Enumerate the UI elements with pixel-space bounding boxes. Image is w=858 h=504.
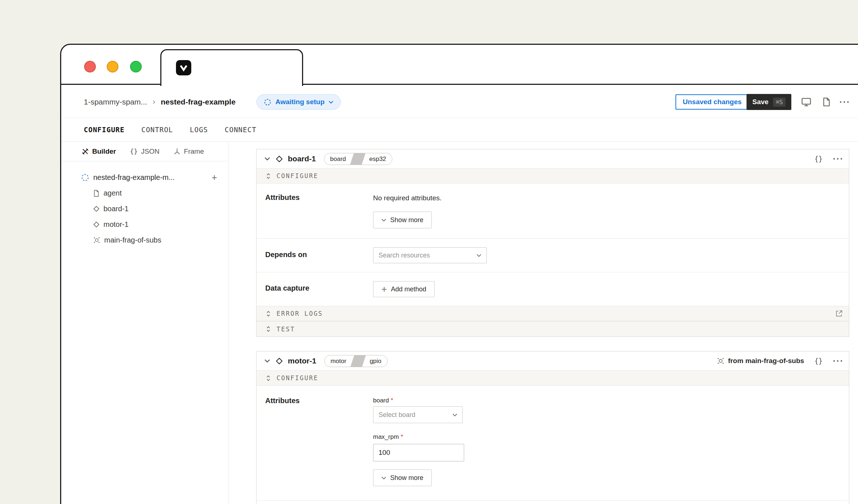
show-more-button[interactable]: Show more bbox=[373, 469, 432, 486]
tree-item-agent[interactable]: agent bbox=[61, 185, 228, 201]
attributes-label: Attributes bbox=[265, 397, 299, 405]
card-board-1: board-1 board esp32 {} ··· bbox=[256, 149, 849, 337]
motor-attributes-body: Attributes board* Select board max bbox=[256, 386, 849, 504]
component-diamond-icon bbox=[276, 155, 283, 162]
attributes-row: Attributes No required attributes. Show … bbox=[256, 184, 849, 238]
collapse-chevron-icon[interactable] bbox=[265, 359, 270, 363]
max-rpm-input[interactable] bbox=[373, 444, 464, 461]
machine-log-file-icon[interactable] bbox=[821, 97, 831, 107]
machine-topbar: 1-spammy-spam... › nested-frag-example A… bbox=[61, 86, 858, 118]
tree-item-main-frag-of-subs[interactable]: main-frag-of-subs bbox=[61, 232, 228, 248]
traffic-light-minimize[interactable] bbox=[107, 61, 118, 72]
awaiting-setup-spinner-icon bbox=[264, 98, 271, 106]
from-fragment-label: from main-frag-of-subs bbox=[728, 357, 804, 365]
card-more-menu[interactable]: ··· bbox=[833, 154, 844, 163]
card-title: motor-1 bbox=[288, 357, 316, 365]
tab-configure[interactable]: CONFIGURE bbox=[84, 126, 125, 134]
component-diamond-icon bbox=[93, 206, 99, 212]
tab-logs[interactable]: LOGS bbox=[190, 126, 208, 134]
chevron-down-icon bbox=[329, 101, 333, 104]
add-method-button[interactable]: Add method bbox=[373, 281, 435, 297]
model-badge: gpio bbox=[364, 355, 387, 367]
chevron-down-icon bbox=[381, 476, 386, 480]
unfold-icon bbox=[266, 326, 271, 332]
section-configure[interactable]: CONFIGURE bbox=[256, 370, 849, 386]
tab-connect[interactable]: CONNECT bbox=[225, 126, 256, 134]
component-diamond-icon bbox=[276, 358, 283, 365]
type-model-badge: motor gpio bbox=[324, 355, 388, 367]
add-resource-button[interactable]: + bbox=[212, 173, 217, 182]
save-shortcut: ⌘S bbox=[773, 98, 785, 107]
depends-on-label: Depends on bbox=[265, 251, 307, 259]
plus-icon bbox=[381, 287, 387, 292]
section-configure[interactable]: CONFIGURE bbox=[256, 168, 849, 184]
section-test-label: TEST bbox=[277, 326, 295, 333]
tree-item-board-1[interactable]: board-1 bbox=[61, 201, 228, 217]
tree-item-label: main-frag-of-subs bbox=[104, 236, 161, 244]
traffic-light-zoom[interactable] bbox=[130, 61, 142, 72]
component-diamond-icon bbox=[93, 221, 99, 228]
machine-monitor-icon[interactable] bbox=[801, 97, 812, 107]
data-capture-row: Data capture Add method bbox=[256, 272, 849, 306]
card-more-menu[interactable]: ··· bbox=[833, 357, 844, 365]
json-braces-icon: {} bbox=[130, 147, 138, 155]
max-rpm-field-label: max_rpm* bbox=[373, 433, 403, 441]
board-select[interactable]: Select board bbox=[373, 406, 463, 423]
view-json-button[interactable]: {} bbox=[814, 357, 823, 365]
machine-nav-tabs: CONFIGURE CONTROL LOGS CONNECT bbox=[61, 118, 858, 142]
mode-frame[interactable]: Frame bbox=[173, 147, 204, 155]
mode-json-label: JSON bbox=[141, 147, 160, 155]
unfold-icon bbox=[266, 375, 271, 381]
required-asterisk: * bbox=[401, 433, 403, 440]
frame-axes-icon bbox=[173, 148, 181, 155]
topbar-more-menu[interactable]: ··· bbox=[839, 98, 850, 106]
section-error-logs[interactable]: ERROR LOGS bbox=[256, 306, 849, 321]
show-more-label: Show more bbox=[390, 474, 423, 482]
type-model-badge: board esp32 bbox=[324, 153, 392, 165]
from-fragment-link[interactable]: from main-frag-of-subs bbox=[717, 357, 804, 365]
mode-json[interactable]: {} JSON bbox=[130, 147, 159, 155]
open-external-icon[interactable] bbox=[835, 310, 843, 318]
tree-item-label: motor-1 bbox=[103, 220, 129, 229]
badge-divider bbox=[350, 153, 365, 165]
chevron-down-icon bbox=[452, 413, 457, 417]
tab-control[interactable]: CONTROL bbox=[141, 126, 173, 134]
card-title: board-1 bbox=[288, 154, 316, 163]
show-more-button[interactable]: Show more bbox=[373, 212, 432, 228]
board-field-name: board bbox=[373, 397, 389, 404]
section-test[interactable]: TEST bbox=[256, 321, 849, 336]
view-json-button[interactable]: {} bbox=[814, 155, 823, 163]
browser-tabbar bbox=[61, 45, 858, 85]
traffic-light-close[interactable] bbox=[84, 61, 96, 72]
chevron-down-icon bbox=[477, 254, 481, 257]
depends-on-row: Depends on Search resources bbox=[256, 239, 849, 272]
screenshot-stage: 1-spammy-spam... › nested-frag-example A… bbox=[0, 0, 858, 504]
fragment-icon bbox=[717, 357, 724, 365]
machine-status-badge[interactable]: Awaiting setup bbox=[256, 94, 341, 110]
attributes-label: Attributes bbox=[265, 193, 299, 202]
configure-sidebar: Builder {} JSON Frame bbox=[61, 142, 228, 504]
save-button[interactable]: Save ⌘S bbox=[747, 94, 791, 110]
status-label: Awaiting setup bbox=[275, 98, 325, 106]
configure-main-panel: board-1 board esp32 {} ··· bbox=[228, 142, 858, 504]
section-configure-label: CONFIGURE bbox=[277, 374, 318, 382]
collapse-chevron-icon[interactable] bbox=[265, 157, 270, 161]
tree-item-label: board-1 bbox=[103, 205, 129, 213]
tree-root-machine[interactable]: nested-frag-example-m... + bbox=[61, 169, 228, 185]
browser-tab[interactable] bbox=[160, 49, 303, 86]
breadcrumb-parent[interactable]: 1-spammy-spam... bbox=[84, 98, 147, 106]
section-error-logs-label: ERROR LOGS bbox=[277, 310, 323, 317]
fragment-icon bbox=[93, 237, 100, 244]
card-motor-1: motor-1 motor gpio bbox=[256, 351, 849, 504]
tree-item-motor-1[interactable]: motor-1 bbox=[61, 217, 228, 232]
depends-on-select[interactable]: Search resources bbox=[373, 247, 487, 263]
type-badge: motor bbox=[325, 355, 352, 367]
mode-builder[interactable]: Builder bbox=[82, 147, 116, 155]
unsaved-changes-button[interactable]: Unsaved changes bbox=[675, 94, 749, 110]
breadcrumb: 1-spammy-spam... › nested-frag-example bbox=[84, 86, 236, 118]
tree-item-label: agent bbox=[103, 189, 122, 197]
unfold-icon bbox=[266, 173, 271, 179]
machine-part-spinner-icon bbox=[81, 173, 89, 182]
viam-logo-icon bbox=[176, 60, 191, 75]
max-rpm-field-name: max_rpm bbox=[373, 433, 399, 440]
